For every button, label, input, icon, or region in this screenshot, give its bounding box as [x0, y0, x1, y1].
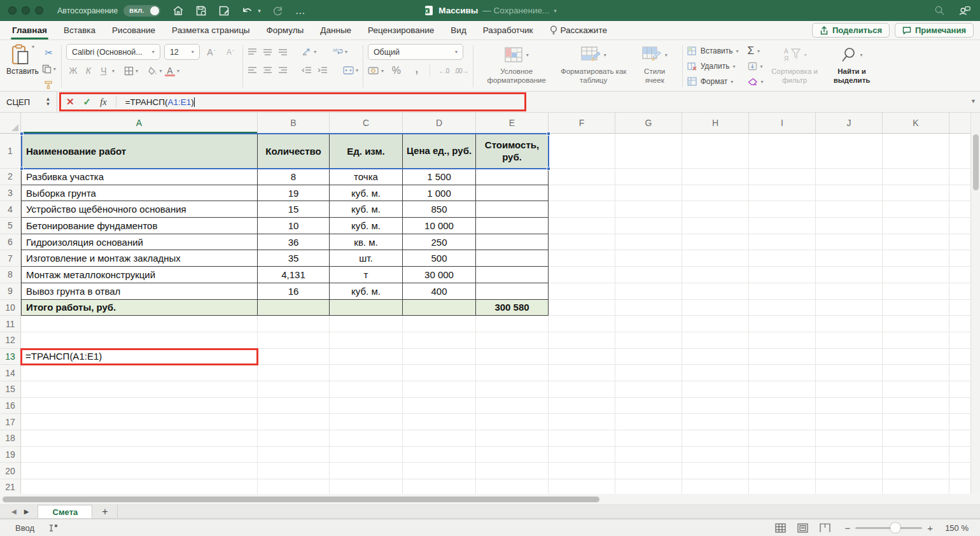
tab-2[interactable]: Рисование	[104, 24, 164, 37]
confirm-entry-button[interactable]: ✓	[83, 96, 92, 108]
cell-E5[interactable]	[476, 218, 549, 234]
cell-J18[interactable]	[816, 430, 883, 447]
cell-H19[interactable]	[682, 447, 749, 463]
cell-E14[interactable]	[476, 365, 549, 381]
cell-C13[interactable]	[330, 349, 403, 365]
vertical-scrollbar-thumb[interactable]	[973, 134, 979, 190]
cell-K7[interactable]	[883, 250, 949, 267]
row-header-4[interactable]: 4	[0, 201, 21, 218]
row-header-11[interactable]: 11	[0, 316, 21, 332]
cell-B20[interactable]	[258, 463, 330, 479]
cell-F6[interactable]	[549, 234, 615, 251]
cell-E10[interactable]: 300 580	[476, 300, 549, 316]
tab-5[interactable]: Данные	[312, 24, 360, 37]
cell-E20[interactable]	[476, 463, 549, 479]
wrap-text-button[interactable]: ab ▾	[332, 44, 347, 59]
align-left-icon[interactable]	[248, 67, 257, 74]
cell-B5[interactable]: 10	[258, 218, 330, 234]
cell-I1[interactable]	[749, 134, 816, 169]
cell-J20[interactable]	[816, 463, 883, 479]
cell-D5[interactable]: 10 000	[403, 218, 476, 234]
cell-F10[interactable]	[549, 300, 615, 316]
cell-G14[interactable]	[615, 365, 682, 381]
cell-G13[interactable]	[615, 349, 682, 365]
cell-C14[interactable]	[330, 365, 403, 381]
cell-D8[interactable]: 30 000	[403, 267, 476, 283]
cell-G21[interactable]	[615, 479, 682, 494]
cell-G12[interactable]	[615, 332, 682, 349]
cell-C16[interactable]	[330, 398, 403, 414]
cell-A8[interactable]: Монтаж металлоконструкций	[21, 267, 258, 283]
cell-F21[interactable]	[549, 479, 615, 494]
tab-4[interactable]: Формулы	[258, 24, 312, 37]
cancel-entry-button[interactable]: ✕	[66, 96, 74, 108]
cell-J10[interactable]	[816, 300, 883, 316]
cell-E2[interactable]	[476, 169, 549, 185]
font-name-select[interactable]: Calibri (Основной...▾	[66, 44, 160, 60]
autosave-toggle[interactable]: ВКЛ.	[123, 5, 160, 17]
autosum-button[interactable]: Σ▾	[748, 44, 764, 58]
cell-J13[interactable]	[816, 349, 883, 365]
cell-E17[interactable]	[476, 414, 549, 430]
comma-style-button[interactable]: ,	[409, 63, 424, 78]
cell-J5[interactable]	[816, 218, 883, 234]
cell-H5[interactable]	[682, 218, 749, 234]
cell-B1[interactable]: Количество	[258, 134, 330, 169]
cell-A3[interactable]: Выборка грунта	[21, 185, 258, 202]
formula-input[interactable]: =ТРАНСП(A1:E1)	[125, 97, 195, 107]
cell-G9[interactable]	[615, 283, 682, 300]
cell-B15[interactable]	[258, 381, 330, 398]
cell-G18[interactable]	[615, 430, 682, 447]
row-header-7[interactable]: 7	[0, 250, 21, 267]
cell-D15[interactable]	[403, 381, 476, 398]
cell-C7[interactable]: шт.	[330, 250, 403, 267]
cell-K17[interactable]	[883, 414, 949, 430]
cell-E21[interactable]	[476, 479, 549, 494]
insert-function-button[interactable]: fx	[100, 97, 106, 108]
cell-H4[interactable]	[682, 201, 749, 218]
cell-E8[interactable]	[476, 267, 549, 283]
cell-E18[interactable]	[476, 430, 549, 447]
cell-K16[interactable]	[883, 398, 949, 414]
window-controls[interactable]	[8, 6, 43, 15]
sheet-tab-0[interactable]: Смета	[38, 505, 92, 518]
cell-E12[interactable]	[476, 332, 549, 349]
cell-F8[interactable]	[549, 267, 615, 283]
cell-F4[interactable]	[549, 201, 615, 218]
cell-F2[interactable]	[549, 169, 615, 185]
cell-E3[interactable]	[476, 185, 549, 202]
doc-title-chevron-icon[interactable]: ▾	[554, 8, 557, 14]
cell-J3[interactable]	[816, 185, 883, 202]
cell-G10[interactable]	[615, 300, 682, 316]
cell-G2[interactable]	[615, 169, 682, 185]
cell-E4[interactable]	[476, 201, 549, 218]
cell-K21[interactable]	[883, 479, 949, 494]
cell-J19[interactable]	[816, 447, 883, 463]
cell-J7[interactable]	[816, 250, 883, 267]
cell-K13[interactable]	[883, 349, 949, 365]
cell-G3[interactable]	[615, 185, 682, 202]
share-presence-icon[interactable]	[958, 4, 971, 17]
cell-H10[interactable]	[682, 300, 749, 316]
row-header-10[interactable]: 10	[0, 300, 21, 316]
cell-I11[interactable]	[749, 316, 816, 332]
normal-view-icon[interactable]	[775, 523, 786, 533]
row-header-5[interactable]: 5	[0, 218, 21, 234]
cell-G1[interactable]	[615, 134, 682, 169]
cell-D6[interactable]: 250	[403, 234, 476, 251]
cell-C1[interactable]: Ед. изм.	[330, 134, 403, 169]
cell-I4[interactable]	[749, 201, 816, 218]
row-header-20[interactable]: 20	[0, 463, 21, 479]
cell-A10[interactable]: Итого работы, руб.	[21, 300, 258, 316]
zoom-in-button[interactable]: +	[927, 523, 933, 533]
cell-H13[interactable]	[682, 349, 749, 365]
row-header-15[interactable]: 15	[0, 381, 21, 398]
cell-K12[interactable]	[883, 332, 949, 349]
row-header-2[interactable]: 2	[0, 169, 21, 185]
cell-C9[interactable]: куб. м.	[330, 283, 403, 300]
cell-C17[interactable]	[330, 414, 403, 430]
cell-B8[interactable]: 4,131	[258, 267, 330, 283]
cell-I20[interactable]	[749, 463, 816, 479]
save-icon[interactable]	[195, 4, 207, 17]
select-all-corner[interactable]	[0, 113, 21, 134]
